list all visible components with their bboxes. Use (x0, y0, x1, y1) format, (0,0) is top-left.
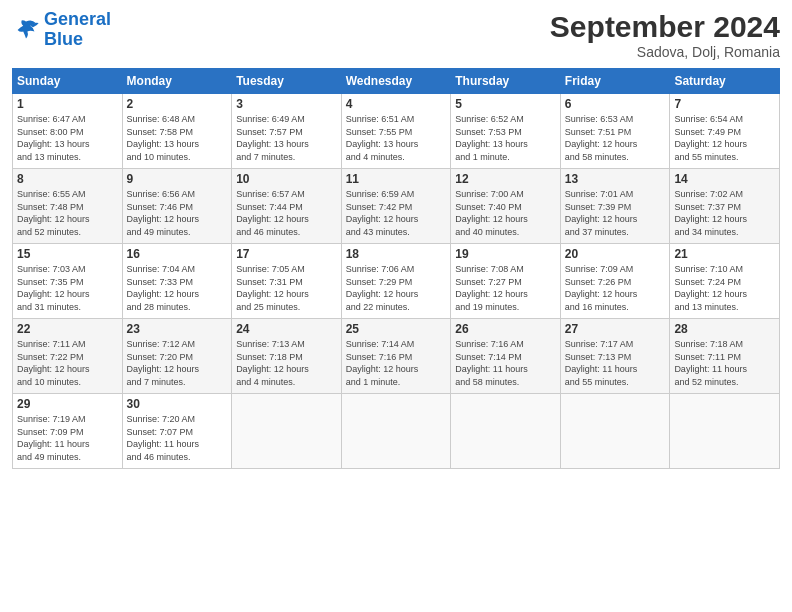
day-number: 22 (17, 322, 118, 336)
day-info: Sunrise: 6:48 AM Sunset: 7:58 PM Dayligh… (127, 113, 228, 163)
calendar-cell (451, 394, 561, 469)
weekday-header: Wednesday (341, 69, 451, 94)
calendar-cell: 2Sunrise: 6:48 AM Sunset: 7:58 PM Daylig… (122, 94, 232, 169)
day-number: 30 (127, 397, 228, 411)
day-number: 14 (674, 172, 775, 186)
calendar-cell: 26Sunrise: 7:16 AM Sunset: 7:14 PM Dayli… (451, 319, 561, 394)
calendar-cell: 7Sunrise: 6:54 AM Sunset: 7:49 PM Daylig… (670, 94, 780, 169)
calendar-cell: 5Sunrise: 6:52 AM Sunset: 7:53 PM Daylig… (451, 94, 561, 169)
day-number: 4 (346, 97, 447, 111)
calendar-cell (341, 394, 451, 469)
weekday-header: Thursday (451, 69, 561, 94)
day-number: 23 (127, 322, 228, 336)
day-info: Sunrise: 7:16 AM Sunset: 7:14 PM Dayligh… (455, 338, 556, 388)
day-info: Sunrise: 7:05 AM Sunset: 7:31 PM Dayligh… (236, 263, 337, 313)
day-info: Sunrise: 6:59 AM Sunset: 7:42 PM Dayligh… (346, 188, 447, 238)
day-number: 9 (127, 172, 228, 186)
calendar-cell: 1Sunrise: 6:47 AM Sunset: 8:00 PM Daylig… (13, 94, 123, 169)
day-number: 12 (455, 172, 556, 186)
calendar-cell: 22Sunrise: 7:11 AM Sunset: 7:22 PM Dayli… (13, 319, 123, 394)
calendar-cell: 27Sunrise: 7:17 AM Sunset: 7:13 PM Dayli… (560, 319, 670, 394)
day-info: Sunrise: 6:49 AM Sunset: 7:57 PM Dayligh… (236, 113, 337, 163)
day-info: Sunrise: 6:51 AM Sunset: 7:55 PM Dayligh… (346, 113, 447, 163)
day-info: Sunrise: 7:18 AM Sunset: 7:11 PM Dayligh… (674, 338, 775, 388)
logo: General Blue (12, 10, 111, 50)
calendar-table: SundayMondayTuesdayWednesdayThursdayFrid… (12, 68, 780, 469)
day-number: 10 (236, 172, 337, 186)
calendar-week-row: 29Sunrise: 7:19 AM Sunset: 7:09 PM Dayli… (13, 394, 780, 469)
day-info: Sunrise: 7:02 AM Sunset: 7:37 PM Dayligh… (674, 188, 775, 238)
logo-text: General Blue (44, 10, 111, 50)
weekday-header: Saturday (670, 69, 780, 94)
day-number: 29 (17, 397, 118, 411)
calendar-cell: 16Sunrise: 7:04 AM Sunset: 7:33 PM Dayli… (122, 244, 232, 319)
day-info: Sunrise: 6:54 AM Sunset: 7:49 PM Dayligh… (674, 113, 775, 163)
calendar-cell: 24Sunrise: 7:13 AM Sunset: 7:18 PM Dayli… (232, 319, 342, 394)
calendar-cell: 25Sunrise: 7:14 AM Sunset: 7:16 PM Dayli… (341, 319, 451, 394)
day-number: 19 (455, 247, 556, 261)
day-info: Sunrise: 7:20 AM Sunset: 7:07 PM Dayligh… (127, 413, 228, 463)
calendar-cell (232, 394, 342, 469)
day-info: Sunrise: 7:12 AM Sunset: 7:20 PM Dayligh… (127, 338, 228, 388)
calendar-cell: 6Sunrise: 6:53 AM Sunset: 7:51 PM Daylig… (560, 94, 670, 169)
day-info: Sunrise: 7:01 AM Sunset: 7:39 PM Dayligh… (565, 188, 666, 238)
calendar-cell: 21Sunrise: 7:10 AM Sunset: 7:24 PM Dayli… (670, 244, 780, 319)
day-info: Sunrise: 6:55 AM Sunset: 7:48 PM Dayligh… (17, 188, 118, 238)
weekday-header-row: SundayMondayTuesdayWednesdayThursdayFrid… (13, 69, 780, 94)
day-info: Sunrise: 7:09 AM Sunset: 7:26 PM Dayligh… (565, 263, 666, 313)
day-number: 17 (236, 247, 337, 261)
calendar-cell: 10Sunrise: 6:57 AM Sunset: 7:44 PM Dayli… (232, 169, 342, 244)
logo-general: General (44, 9, 111, 29)
day-info: Sunrise: 7:17 AM Sunset: 7:13 PM Dayligh… (565, 338, 666, 388)
calendar-cell: 20Sunrise: 7:09 AM Sunset: 7:26 PM Dayli… (560, 244, 670, 319)
day-number: 26 (455, 322, 556, 336)
day-info: Sunrise: 6:52 AM Sunset: 7:53 PM Dayligh… (455, 113, 556, 163)
calendar-week-row: 8Sunrise: 6:55 AM Sunset: 7:48 PM Daylig… (13, 169, 780, 244)
title-section: September 2024 Sadova, Dolj, Romania (550, 10, 780, 60)
calendar-cell: 9Sunrise: 6:56 AM Sunset: 7:46 PM Daylig… (122, 169, 232, 244)
weekday-header: Friday (560, 69, 670, 94)
day-number: 3 (236, 97, 337, 111)
day-number: 21 (674, 247, 775, 261)
day-number: 13 (565, 172, 666, 186)
logo-icon (12, 16, 40, 44)
day-info: Sunrise: 6:56 AM Sunset: 7:46 PM Dayligh… (127, 188, 228, 238)
calendar-cell: 30Sunrise: 7:20 AM Sunset: 7:07 PM Dayli… (122, 394, 232, 469)
day-info: Sunrise: 6:57 AM Sunset: 7:44 PM Dayligh… (236, 188, 337, 238)
day-number: 7 (674, 97, 775, 111)
location-subtitle: Sadova, Dolj, Romania (550, 44, 780, 60)
day-number: 16 (127, 247, 228, 261)
calendar-cell: 29Sunrise: 7:19 AM Sunset: 7:09 PM Dayli… (13, 394, 123, 469)
day-info: Sunrise: 6:53 AM Sunset: 7:51 PM Dayligh… (565, 113, 666, 163)
weekday-header: Sunday (13, 69, 123, 94)
day-info: Sunrise: 7:00 AM Sunset: 7:40 PM Dayligh… (455, 188, 556, 238)
day-number: 8 (17, 172, 118, 186)
calendar-cell: 14Sunrise: 7:02 AM Sunset: 7:37 PM Dayli… (670, 169, 780, 244)
calendar-cell: 23Sunrise: 7:12 AM Sunset: 7:20 PM Dayli… (122, 319, 232, 394)
day-number: 20 (565, 247, 666, 261)
calendar-week-row: 1Sunrise: 6:47 AM Sunset: 8:00 PM Daylig… (13, 94, 780, 169)
day-info: Sunrise: 7:04 AM Sunset: 7:33 PM Dayligh… (127, 263, 228, 313)
day-info: Sunrise: 7:11 AM Sunset: 7:22 PM Dayligh… (17, 338, 118, 388)
calendar-cell: 19Sunrise: 7:08 AM Sunset: 7:27 PM Dayli… (451, 244, 561, 319)
header: General Blue September 2024 Sadova, Dolj… (12, 10, 780, 60)
page-container: General Blue September 2024 Sadova, Dolj… (0, 0, 792, 479)
calendar-week-row: 15Sunrise: 7:03 AM Sunset: 7:35 PM Dayli… (13, 244, 780, 319)
calendar-cell: 15Sunrise: 7:03 AM Sunset: 7:35 PM Dayli… (13, 244, 123, 319)
day-number: 24 (236, 322, 337, 336)
calendar-cell: 8Sunrise: 6:55 AM Sunset: 7:48 PM Daylig… (13, 169, 123, 244)
day-info: Sunrise: 7:14 AM Sunset: 7:16 PM Dayligh… (346, 338, 447, 388)
day-info: Sunrise: 7:13 AM Sunset: 7:18 PM Dayligh… (236, 338, 337, 388)
calendar-cell: 18Sunrise: 7:06 AM Sunset: 7:29 PM Dayli… (341, 244, 451, 319)
day-info: Sunrise: 7:10 AM Sunset: 7:24 PM Dayligh… (674, 263, 775, 313)
calendar-cell: 28Sunrise: 7:18 AM Sunset: 7:11 PM Dayli… (670, 319, 780, 394)
logo-blue: Blue (44, 29, 83, 49)
day-number: 28 (674, 322, 775, 336)
day-info: Sunrise: 7:06 AM Sunset: 7:29 PM Dayligh… (346, 263, 447, 313)
day-number: 27 (565, 322, 666, 336)
day-info: Sunrise: 7:08 AM Sunset: 7:27 PM Dayligh… (455, 263, 556, 313)
calendar-week-row: 22Sunrise: 7:11 AM Sunset: 7:22 PM Dayli… (13, 319, 780, 394)
day-number: 15 (17, 247, 118, 261)
calendar-cell: 12Sunrise: 7:00 AM Sunset: 7:40 PM Dayli… (451, 169, 561, 244)
day-number: 25 (346, 322, 447, 336)
